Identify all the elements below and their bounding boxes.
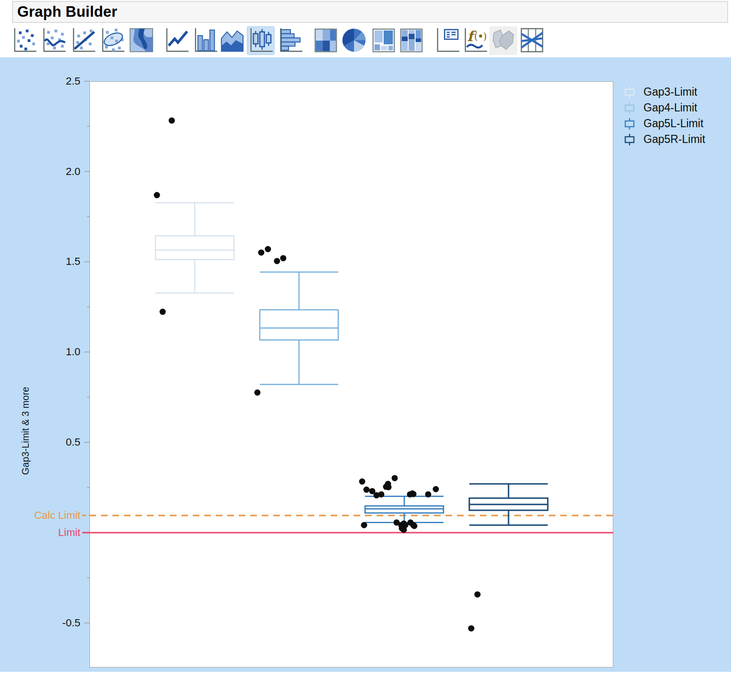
boxplot-glyph-icon — [623, 133, 637, 146]
legend-item-label: Gap5R-Limit — [643, 133, 705, 146]
boxplot-glyph-icon — [623, 102, 637, 114]
graph-builder-window: { "window": { "title": "Graph Builder" }… — [0, 0, 731, 700]
graph-type-toolbar: f ( ) — [0, 25, 731, 57]
legend-item-Gap3-Limit[interactable]: Gap3-Limit — [623, 84, 705, 100]
line-of-fit-icon[interactable] — [69, 26, 97, 55]
y-tick-label: 1.5 — [29, 255, 80, 268]
map-shapes-icon — [489, 26, 517, 55]
box-plot-icon[interactable] — [247, 26, 275, 55]
scatter-icon[interactable] — [11, 26, 38, 55]
svg-text:(: ( — [474, 30, 478, 42]
caption-box-icon[interactable] — [433, 26, 461, 55]
parallel-plot-icon[interactable] — [518, 26, 546, 55]
y-tick-label: -0.5 — [29, 617, 80, 629]
legend: Gap3-LimitGap4-LimitGap5L-LimitGap5R-Lim… — [623, 84, 705, 147]
y-tick-label: 0.5 — [29, 436, 80, 448]
area-chart-icon[interactable] — [218, 26, 246, 55]
page-title: Graph Builder — [13, 2, 727, 22]
legend-item-Gap4-Limit[interactable]: Gap4-Limit — [623, 100, 705, 116]
heatmap-icon[interactable] — [312, 26, 340, 55]
y-tick-label: 1.0 — [29, 346, 80, 358]
y-tick-label: 2.5 — [29, 75, 80, 88]
histogram-icon[interactable] — [277, 26, 304, 55]
reference-line-label: Calc Limit — [10, 509, 80, 522]
y-tick-label: 2.0 — [29, 165, 80, 178]
bar-chart-icon[interactable] — [191, 26, 219, 55]
legend-item-Gap5R-Limit[interactable]: Gap5R-Limit — [623, 131, 705, 147]
legend-item-label: Gap4-Limit — [643, 101, 697, 114]
svg-text:): ) — [483, 30, 487, 42]
plot-area[interactable] — [89, 81, 613, 667]
window-title-bar: Graph Builder — [12, 1, 728, 23]
ellipse-icon[interactable] — [99, 26, 126, 55]
formula-icon[interactable]: f ( ) — [461, 26, 489, 55]
legend-item-Gap5L-Limit[interactable]: Gap5L-Limit — [623, 116, 705, 131]
legend-item-label: Gap3-Limit — [643, 86, 697, 98]
pie-chart-icon[interactable] — [340, 26, 368, 55]
treemap-icon[interactable] — [370, 26, 398, 55]
y-axis-title: Gap3-Limit & 3 more — [20, 335, 33, 526]
legend-item-label: Gap5L-Limit — [643, 117, 703, 130]
boxplot-glyph-icon — [623, 118, 637, 130]
smoother-icon[interactable] — [40, 26, 67, 55]
mosaic-plot-icon[interactable] — [398, 26, 425, 55]
reference-line-label: Limit — [10, 526, 80, 539]
contour-icon[interactable] — [127, 26, 155, 55]
boxplot-glyph-icon — [623, 86, 637, 98]
line-chart-icon[interactable] — [163, 26, 190, 55]
